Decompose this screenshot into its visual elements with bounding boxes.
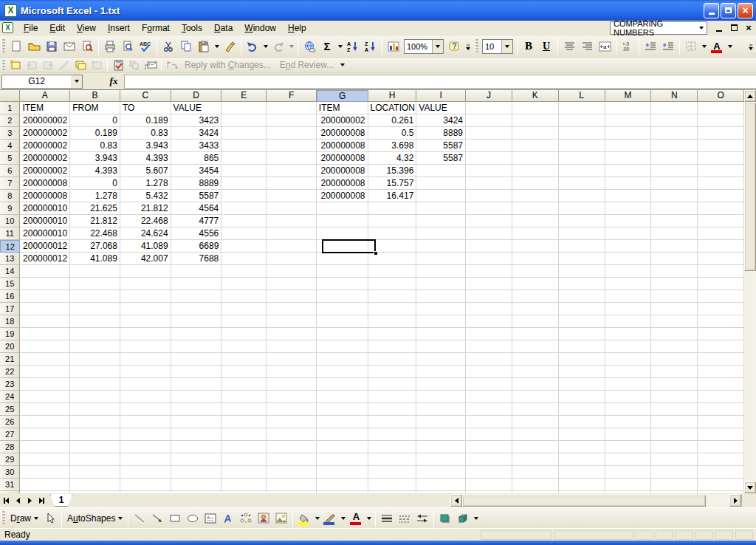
zoom-combobox[interactable]: 100%	[404, 39, 444, 54]
cell-M31[interactable]	[605, 479, 652, 491]
row-header-5[interactable]: 5	[0, 152, 20, 165]
cell-F12[interactable]	[267, 240, 317, 253]
cell-I31[interactable]	[416, 479, 466, 491]
previous-comment-button[interactable]	[24, 58, 40, 72]
cell-J3[interactable]	[466, 127, 512, 140]
cell-M21[interactable]	[605, 353, 652, 366]
cell-C22[interactable]	[120, 366, 171, 378]
cell-M29[interactable]	[605, 453, 652, 466]
question-combobox[interactable]: COMPARING NUMBERS	[610, 21, 707, 35]
cell-L21[interactable]	[559, 353, 605, 366]
cell-L27[interactable]	[559, 428, 605, 441]
row-header-18[interactable]: 18	[0, 315, 20, 328]
cell-G9[interactable]	[317, 202, 368, 215]
cell-O29[interactable]	[698, 453, 744, 466]
cell-K24[interactable]	[512, 391, 559, 403]
cell-G3[interactable]: 200000008	[317, 127, 368, 140]
scroll-down-button[interactable]	[744, 481, 756, 493]
cell-I13[interactable]	[416, 253, 466, 265]
cell-L5[interactable]	[559, 152, 605, 165]
cell-D27[interactable]	[171, 428, 222, 441]
cell-E10[interactable]	[221, 215, 267, 227]
cell-O27[interactable]	[698, 428, 744, 441]
cell-E8[interactable]	[221, 190, 267, 202]
wordart-button[interactable]: A	[219, 510, 237, 527]
cell-O16[interactable]	[698, 290, 744, 303]
cell-B23[interactable]	[70, 378, 120, 391]
workbook-restore-button[interactable]	[728, 23, 740, 33]
cell-H8[interactable]: 16.417	[368, 190, 417, 202]
cell-O10[interactable]	[698, 215, 744, 227]
cell-E1[interactable]	[221, 102, 267, 114]
scroll-left-button[interactable]	[450, 494, 462, 507]
cell-O24[interactable]	[698, 391, 744, 403]
undo-dropdown[interactable]	[261, 38, 269, 55]
cell-I5[interactable]: 5587	[416, 152, 466, 165]
cell-C29[interactable]	[120, 453, 171, 466]
cell-A4[interactable]: 200000002	[20, 140, 70, 152]
cell-N1[interactable]	[651, 102, 698, 114]
cell-N16[interactable]	[651, 290, 698, 303]
cell-G2[interactable]: 200000002	[317, 114, 368, 127]
scroll-right-button[interactable]	[729, 494, 741, 507]
cell-H17[interactable]	[368, 303, 417, 315]
cell-D25[interactable]	[171, 403, 222, 416]
cell-B10[interactable]: 21.812	[70, 215, 120, 227]
toolbar-options-chevron[interactable]: »	[746, 38, 756, 55]
cell-E5[interactable]	[221, 152, 267, 165]
cell-F15[interactable]	[267, 278, 317, 290]
cell-J2[interactable]	[466, 114, 512, 127]
cell-F13[interactable]	[267, 253, 317, 265]
horizontal-scrollbar[interactable]	[450, 494, 741, 507]
cell-G1[interactable]: ITEM	[317, 102, 368, 114]
open-button[interactable]	[25, 38, 43, 55]
cell-M18[interactable]	[605, 315, 652, 328]
cell-B25[interactable]	[70, 403, 120, 416]
align-right-button[interactable]	[578, 38, 596, 55]
cell-O23[interactable]	[698, 378, 744, 391]
cell-K5[interactable]	[512, 152, 559, 165]
cell-O25[interactable]	[698, 403, 744, 416]
cell-O8[interactable]	[698, 190, 744, 202]
cell-C10[interactable]: 22.468	[120, 215, 171, 227]
cell-M12[interactable]	[605, 240, 652, 253]
restore-button[interactable]	[721, 3, 736, 18]
cell-K21[interactable]	[512, 353, 559, 366]
cell-D21[interactable]	[171, 353, 222, 366]
cell-D5[interactable]: 865	[171, 152, 222, 165]
cell-A12[interactable]: 200000012	[20, 240, 70, 253]
update-file-button[interactable]	[110, 58, 126, 72]
autosum-dropdown[interactable]	[336, 38, 344, 55]
cell-D8[interactable]: 5587	[171, 190, 222, 202]
cell-G11[interactable]	[317, 227, 368, 240]
cell-O20[interactable]	[698, 340, 744, 353]
cell-N26[interactable]	[651, 416, 698, 428]
cell-F25[interactable]	[267, 403, 317, 416]
cell-E21[interactable]	[221, 353, 267, 366]
cell-A24[interactable]	[20, 391, 70, 403]
row-header-11[interactable]: 11	[0, 227, 20, 240]
cell-M27[interactable]	[605, 428, 652, 441]
cell-F11[interactable]	[267, 227, 317, 240]
cell-M2[interactable]	[605, 114, 652, 127]
column-header-H[interactable]: H	[368, 90, 417, 102]
cell-G29[interactable]	[317, 453, 368, 466]
cell-E26[interactable]	[221, 416, 267, 428]
cell-B1[interactable]: FROM	[70, 102, 120, 114]
cell-B13[interactable]: 41.089	[70, 253, 120, 265]
cell-G20[interactable]	[317, 340, 368, 353]
cell-J26[interactable]	[466, 416, 512, 428]
cell-J20[interactable]	[466, 340, 512, 353]
cell-D7[interactable]: 8889	[171, 177, 222, 190]
cell-F1[interactable]	[267, 102, 317, 114]
cell-F4[interactable]	[267, 140, 317, 152]
cell-D1[interactable]: VALUE	[171, 102, 222, 114]
cell-A31[interactable]	[20, 479, 70, 491]
cell-B17[interactable]	[70, 303, 120, 315]
cell-M17[interactable]	[605, 303, 652, 315]
cell-O14[interactable]	[698, 265, 744, 278]
cell-L2[interactable]	[559, 114, 605, 127]
cell-E23[interactable]	[221, 378, 267, 391]
cell-E18[interactable]	[221, 315, 267, 328]
cell-N25[interactable]	[651, 403, 698, 416]
